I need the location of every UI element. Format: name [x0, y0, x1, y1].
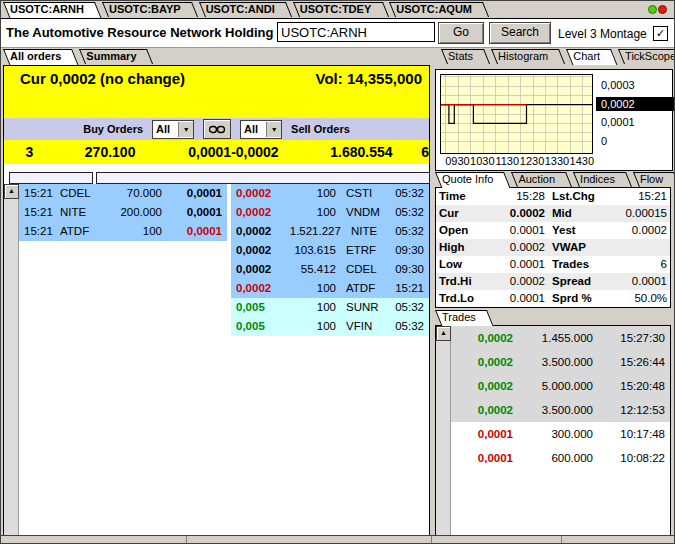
trade-price: 0,0002 [451, 398, 513, 422]
buy-order-row[interactable]: 15:21NITE200.0000,0001 [19, 203, 227, 222]
trade-row[interactable]: 0,00025.000.00015:20:48 [451, 374, 670, 398]
scroll-up-icon[interactable]: ▲ [4, 184, 19, 199]
link-sides-button[interactable] [203, 119, 231, 139]
sell-order-row[interactable]: 0,0002100VNDM05:32 [231, 203, 429, 222]
sell-order-row[interactable]: 0,005100VFIN05:32 [231, 317, 429, 336]
buy-order-row[interactable]: 15:21ATDF1000,0001 [19, 222, 227, 241]
scroll-up-icon[interactable]: ▲ [436, 326, 451, 341]
view-tab-tickscope[interactable]: TickScope [618, 48, 675, 64]
quote-tab-quote-info[interactable]: Quote Info [435, 171, 510, 187]
quote-value: 6 [606, 256, 670, 273]
orders-tab-label: All orders [10, 50, 61, 62]
quote-label: Mid [545, 205, 606, 222]
trade-size: 5.000.000 [513, 374, 593, 398]
link-icon [209, 125, 225, 134]
quote-row: Open0.0001Yest0.0002 [436, 222, 670, 239]
buy-filter-select[interactable]: All ▼ [152, 120, 194, 139]
ticker-tab-usotc-aqum[interactable]: USOTC:AQUM [389, 1, 489, 17]
level3-montage-checkbox[interactable]: ✓ [653, 26, 668, 41]
trade-row[interactable]: 0,0001300.00010:17:48 [451, 422, 670, 446]
chart-x-label: 0930 [444, 155, 470, 167]
sell-order-row[interactable]: 0,0002100CSTI05:32 [231, 184, 429, 203]
quote-value: 0.0002 [485, 205, 545, 222]
ticker-tab-usotc-bayp[interactable]: USOTC:BAYP [102, 1, 198, 17]
order-price: 0,0002 [231, 279, 293, 298]
quote-tab-label: Flow [640, 173, 663, 185]
buy-orders-list: 15:21CDEL70.0000,000115:21NITE200.0000,0… [19, 184, 227, 241]
trade-row[interactable]: 0,00023.500.00015:26:44 [451, 350, 670, 374]
buy-orders-label: Buy Orders [83, 123, 143, 135]
view-tab-stats[interactable]: Stats [441, 48, 490, 64]
trade-row[interactable]: 0,00021.455.00015:27:30 [451, 326, 670, 350]
quote-row: Trd.Hi0.0002Spread0.0001 [436, 273, 670, 290]
quote-row: Time15:28Lst.Chg15:21 [436, 188, 670, 205]
order-time: 05:32 [388, 317, 429, 336]
chart-x-label: 1130 [494, 155, 520, 167]
level3-montage-label: Level 3 Montage [558, 27, 647, 41]
quote-label: Lst.Chg [545, 188, 606, 205]
search-button[interactable]: Search [489, 22, 551, 44]
spread-range: 0,0001-0,0002 [165, 144, 301, 160]
market-maker: ETRF [342, 241, 388, 260]
trade-time: 10:17:48 [593, 422, 670, 446]
trade-row[interactable]: 0,0001600.00010:08:22 [451, 446, 670, 470]
order-time: 05:32 [388, 203, 429, 222]
order-filter-bar: Buy Orders All ▼ All ▼ Sell Orders [4, 118, 429, 140]
quote-value: 0.0002 [485, 273, 545, 290]
trades-box: ▲ 0,00021.455.00015:27:300,00023.500.000… [435, 325, 671, 536]
sell-order-row[interactable]: 0,0002100ATDF15:21 [231, 279, 429, 298]
sell-filter-select[interactable]: All ▼ [240, 120, 282, 139]
market-maker: VFIN [342, 317, 388, 336]
view-tab-chart[interactable]: Chart [566, 48, 617, 64]
sell-order-row[interactable]: 0,0002103.615ETRF09:30 [231, 241, 429, 260]
quote-value: 0.0002 [606, 222, 670, 239]
quote-label: Spread [545, 273, 606, 290]
ticker-tab-usotc-andi[interactable]: USOTC:ANDI [199, 1, 292, 17]
volume-text: Vol: 14,355,000 [316, 70, 422, 87]
order-size: 100 [293, 184, 342, 203]
bid-size-total: 270.100 [55, 144, 166, 160]
buy-order-row[interactable]: 15:21CDEL70.0000,0001 [19, 184, 227, 203]
symbol-input[interactable] [277, 22, 435, 42]
order-price: 0,0002 [231, 260, 293, 279]
status-divider [431, 536, 432, 543]
quote-tab-auction[interactable]: Auction [511, 171, 572, 187]
trade-price: 0,0002 [451, 326, 513, 350]
order-time: 15:21 [19, 184, 60, 203]
ticker-tab-usotc-tdey[interactable]: USOTC:TDEY [293, 1, 389, 17]
ticker-tab-label: USOTC:TDEY [300, 3, 372, 15]
order-time: 15:21 [388, 279, 429, 298]
chart-x-label: 1230 [519, 155, 545, 167]
company-title: The Automotive Resource Network Holdings… [6, 25, 274, 40]
quote-label: VWAP [545, 239, 606, 256]
order-price: 0,0002 [231, 241, 293, 260]
order-price: 0,0002 [231, 203, 293, 222]
go-button[interactable]: Go [438, 22, 484, 44]
trade-time: 15:27:30 [593, 326, 670, 350]
sell-order-row[interactable]: 0,000255.412CDEL09:30 [231, 260, 429, 279]
order-price: 0,005 [231, 298, 293, 317]
view-tab-histogram[interactable]: Histogram [491, 48, 565, 64]
trades-tab-trades[interactable]: Trades [435, 309, 493, 325]
status-bar [1, 535, 674, 543]
ticker-tab-usotc-arnh[interactable]: USOTC:ARNH [3, 1, 101, 17]
orders-tab-summary[interactable]: Summary [79, 48, 153, 64]
sell-order-row[interactable]: 0,00021.521.227NITE05:32 [231, 222, 429, 241]
trade-time: 15:20:48 [593, 374, 670, 398]
ticker-tab-label: USOTC:ANDI [206, 3, 275, 15]
quote-tab-label: Indices [580, 173, 615, 185]
ticker-tabstrip: USOTC:ARNHUSOTC:BAYPUSOTC:ANDIUSOTC:TDEY… [3, 1, 643, 19]
orders-tab-all-orders[interactable]: All orders [3, 48, 78, 64]
quote-row: Cur0.0002Mid0.00015 [436, 205, 670, 222]
quote-tab-label: Auction [518, 173, 555, 185]
trades-scrollbar[interactable]: ▲ [436, 326, 451, 535]
orderbook-scrollbar[interactable]: ▲ [4, 184, 19, 537]
price-chart-box: 00,00010,00020,0003 09301030113012301330… [435, 69, 673, 171]
quote-tab-flow[interactable]: Flow [633, 171, 675, 187]
chevron-down-icon: ▼ [178, 122, 193, 137]
order-size: 70.000 [104, 184, 170, 203]
chart-y-label: 0,0002 [596, 97, 675, 111]
trade-row[interactable]: 0,00023.500.00012:12:53 [451, 398, 670, 422]
quote-tab-indices[interactable]: Indices [573, 171, 632, 187]
sell-order-row[interactable]: 0,005100SUNR05:32 [231, 298, 429, 317]
